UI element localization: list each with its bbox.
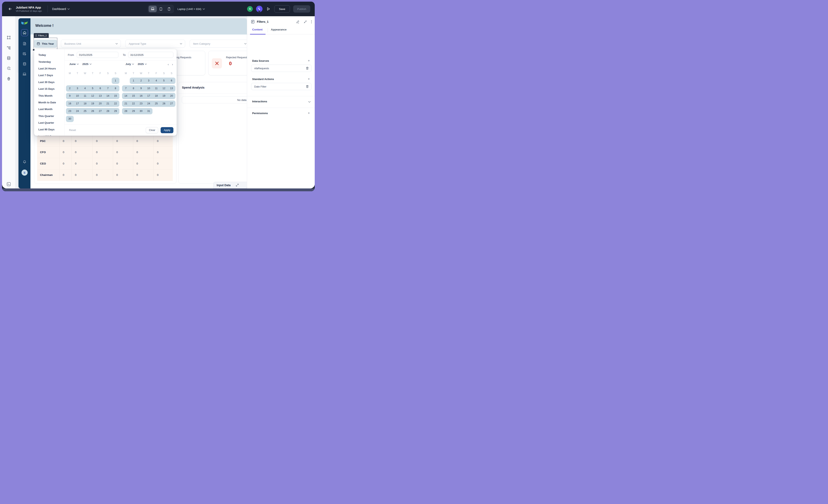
calendar-day[interactable]: 24 — [145, 100, 153, 107]
selected-widget-tag[interactable]: Filters_1 — [34, 33, 49, 38]
calendar-day[interactable]: 20 — [96, 100, 104, 107]
calendar-day[interactable]: 18 — [81, 100, 89, 107]
calendar-day[interactable]: 22 — [112, 100, 119, 107]
add-data-source-button[interactable]: + — [307, 59, 310, 62]
calendar-day[interactable]: 14 — [122, 93, 130, 99]
calendar-day[interactable]: 31 — [145, 108, 153, 114]
settings-tool-button[interactable] — [5, 75, 12, 82]
calendar-day[interactable]: 4 — [81, 85, 89, 92]
calendar-day[interactable]: 13 — [96, 93, 104, 99]
calendar-day[interactable]: 27 — [96, 108, 104, 114]
date-preset-option[interactable]: Last 180 Days — [34, 133, 65, 136]
tab-content[interactable]: Content — [252, 28, 262, 31]
collapse-icon[interactable] — [303, 20, 307, 24]
approval-type-dropdown[interactable]: Approval Type — [125, 40, 185, 48]
calendar-day[interactable]: 16 — [137, 93, 145, 99]
data-source-item[interactable]: nfaRequests — [251, 65, 312, 72]
calendar-day[interactable]: 17 — [74, 100, 81, 107]
nav-documents-item[interactable] — [21, 40, 28, 47]
calendar-day[interactable]: 7 — [122, 85, 130, 92]
date-preset-option[interactable]: Today — [34, 52, 65, 58]
calendar-day[interactable]: 23 — [137, 100, 145, 107]
date-preset-option[interactable]: Last 15 Days — [34, 85, 65, 92]
date-filter-button[interactable]: This Year — [34, 40, 57, 48]
device-laptop-button[interactable] — [149, 6, 157, 12]
calendar-day[interactable]: 29 — [112, 108, 119, 114]
calendar-day[interactable]: 3 — [145, 78, 153, 84]
page-selector[interactable]: Dashboard — [52, 7, 70, 10]
kebab-menu-icon[interactable] — [311, 20, 312, 24]
interactions-expand-button[interactable] — [308, 100, 310, 103]
item-category-dropdown[interactable]: Item Category — [190, 40, 247, 48]
trash-icon[interactable] — [306, 85, 309, 88]
frames-tool-button[interactable] — [5, 34, 12, 41]
date-preset-option[interactable]: Yesterday — [34, 58, 65, 65]
from-date-input[interactable] — [77, 52, 118, 58]
edit-icon[interactable] — [296, 20, 299, 24]
business-unit-dropdown[interactable]: Business Unit — [61, 40, 121, 48]
calendar-day[interactable]: 19 — [160, 93, 168, 99]
calendar-day[interactable]: 14 — [104, 93, 112, 99]
calendar-day[interactable]: 20 — [168, 93, 175, 99]
calendar-day[interactable]: 11 — [153, 85, 160, 92]
nav-home-item[interactable] — [21, 29, 28, 36]
calendar-day[interactable]: 13 — [168, 85, 175, 92]
reset-link[interactable]: Reset — [69, 129, 76, 132]
apply-button[interactable]: Apply — [161, 127, 173, 133]
interact-mode-button[interactable] — [256, 6, 262, 12]
date-preset-option[interactable]: Last Month — [34, 106, 65, 113]
calendar-day[interactable]: 30 — [66, 116, 74, 122]
date-preset-option[interactable]: Last 90 Days — [34, 126, 65, 133]
calendar-day[interactable]: 15 — [130, 93, 137, 99]
date-preset-option[interactable]: Last 7 Days — [34, 72, 65, 79]
calendar-day[interactable]: 29 — [130, 108, 137, 114]
to-date-input[interactable] — [128, 52, 173, 58]
add-permission-button[interactable]: + — [307, 111, 310, 115]
device-mobile-button[interactable] — [165, 6, 173, 12]
preview-play-button[interactable] — [266, 6, 271, 11]
calendar-day[interactable]: 2 — [66, 85, 74, 92]
add-standard-action-button[interactable]: + — [307, 77, 310, 81]
date-preset-option[interactable]: This Quarter — [34, 113, 65, 119]
calendar-day[interactable]: 22 — [130, 100, 137, 107]
calendar-day[interactable]: 8 — [130, 85, 137, 92]
tab-appearance[interactable]: Appearance — [271, 28, 287, 31]
back-button[interactable] — [7, 6, 13, 12]
calendar-day[interactable]: 10 — [145, 85, 153, 92]
calendar-day[interactable]: 12 — [89, 93, 97, 99]
calendar-day[interactable]: 9 — [137, 85, 145, 92]
publish-button[interactable]: Publish — [293, 5, 310, 12]
calendar-day[interactable]: 9 — [66, 93, 74, 99]
year-select[interactable]: 2025 — [138, 62, 147, 66]
calendar-day[interactable]: 26 — [89, 108, 97, 114]
calendar-day[interactable]: 15 — [112, 93, 119, 99]
history-tool-button[interactable] — [5, 65, 12, 72]
calendar-day[interactable]: 23 — [66, 108, 74, 114]
date-preset-option[interactable]: This Month — [34, 92, 65, 99]
date-preset-option[interactable]: Last Quarter — [34, 119, 65, 126]
calendar-day[interactable]: 6 — [96, 85, 104, 92]
calendar-day[interactable]: 24 — [74, 108, 81, 114]
device-size-dropdown[interactable]: Laptop (1440 × 834) — [177, 7, 205, 10]
calendar-day[interactable]: 16 — [66, 100, 74, 107]
workflow-tool-button[interactable] — [5, 44, 12, 51]
nav-data-item[interactable] — [21, 60, 28, 68]
calendar-day[interactable]: 30 — [137, 108, 145, 114]
calendar-day[interactable]: 21 — [104, 100, 112, 107]
month-select[interactable]: July — [125, 62, 134, 66]
next-month-button[interactable]: › — [172, 62, 173, 66]
prev-month-button[interactable]: ‹ — [168, 62, 169, 66]
date-preset-option[interactable]: Month to Date — [34, 99, 65, 106]
calendar-day[interactable]: 1 — [130, 78, 137, 84]
calendar-day[interactable]: 19 — [89, 100, 97, 107]
calendar-day[interactable]: 1 — [112, 78, 119, 84]
calendar-day[interactable]: 17 — [145, 93, 153, 99]
device-tablet-button[interactable] — [157, 6, 165, 12]
calendar-day[interactable]: 4 — [153, 78, 160, 84]
calendar-day[interactable]: 21 — [122, 100, 130, 107]
calendar-day[interactable]: 8 — [112, 85, 119, 92]
calendar-day[interactable]: 12 — [160, 85, 168, 92]
month-select[interactable]: June — [69, 62, 79, 66]
calendar-day[interactable]: 27 — [168, 100, 175, 107]
app-user-avatar[interactable]: S — [22, 170, 28, 176]
